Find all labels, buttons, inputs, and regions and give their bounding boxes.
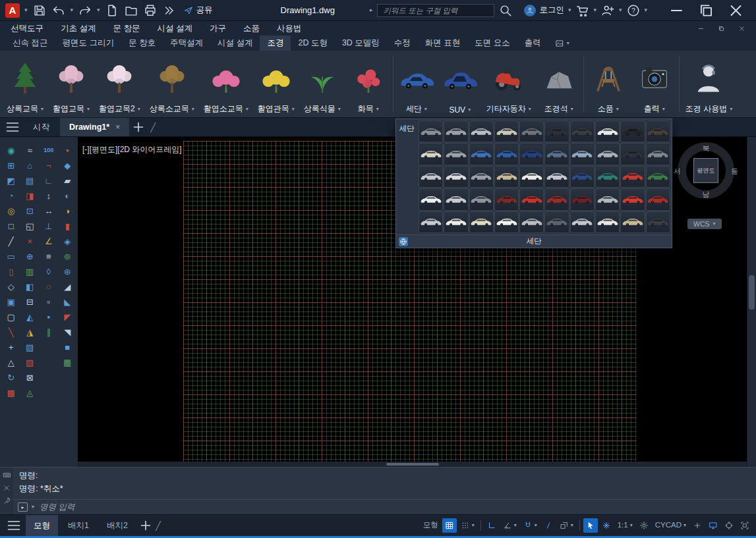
lineweight-toggle[interactable] xyxy=(541,518,556,533)
ribbon-tab[interactable]: 평면도 그리기 xyxy=(55,36,121,51)
toolbar-button[interactable]: ◥ xyxy=(59,325,75,338)
car-thumbnail[interactable] xyxy=(620,166,645,188)
menu-item[interactable]: 선택도구 xyxy=(11,23,44,34)
toolbar-button[interactable]: ◈ xyxy=(59,234,75,248)
save-button[interactable] xyxy=(32,3,47,18)
redo-button[interactable] xyxy=(78,3,92,18)
toolbar-button[interactable]: ○ xyxy=(41,280,57,293)
login-button[interactable]: 로그인 xyxy=(540,5,565,16)
settings-gear[interactable] xyxy=(637,518,651,533)
toolbar-button[interactable]: ▭ xyxy=(3,250,19,263)
toolbar-button[interactable]: ◉ xyxy=(3,144,19,157)
mdi-close-icon[interactable] xyxy=(738,25,745,32)
new-layout-button[interactable] xyxy=(138,518,154,533)
undo-history-chevron-icon[interactable]: ▾ xyxy=(71,7,74,13)
compass-south-label[interactable]: 남 xyxy=(672,190,740,200)
car-thumbnail[interactable] xyxy=(646,211,670,233)
car-thumbnail[interactable] xyxy=(494,211,519,233)
toolbar-button[interactable]: ▮ xyxy=(59,219,75,232)
document-tab[interactable]: 시작 xyxy=(24,118,59,136)
toolbar-overflow-icon[interactable] xyxy=(162,3,177,18)
collaborate-chevron-icon[interactable]: ▾ xyxy=(619,7,622,13)
toolbar-button[interactable]: ▦ xyxy=(59,356,75,369)
toolbar-button[interactable]: ⊞ xyxy=(3,159,19,172)
ribbon-gallery-item[interactable]: 조경 사용법▾ xyxy=(681,51,737,117)
car-thumbnail[interactable] xyxy=(444,166,468,188)
layout-menu-icon[interactable] xyxy=(4,518,24,533)
toolbar-button[interactable]: ◮ xyxy=(22,325,38,338)
car-thumbnail[interactable] xyxy=(570,121,595,142)
car-thumbnail[interactable] xyxy=(419,211,443,233)
search-input[interactable] xyxy=(382,6,489,15)
command-input-row[interactable]: ▸ ▾ xyxy=(13,499,756,514)
car-thumbnail[interactable] xyxy=(419,121,443,142)
toolbar-button[interactable]: ⊡ xyxy=(22,204,38,217)
toolbar-button[interactable]: ■ xyxy=(59,340,75,354)
workspace-select[interactable]: CYCAD▾ xyxy=(653,518,689,533)
car-thumbnail[interactable] xyxy=(570,188,595,210)
car-thumbnail[interactable] xyxy=(544,188,569,210)
mdi-restore-icon[interactable] xyxy=(718,25,725,32)
toolbar-button[interactable]: ↕ xyxy=(41,189,57,202)
toolbar-button[interactable]: ◭ xyxy=(22,310,38,323)
car-thumbnail[interactable] xyxy=(544,121,569,142)
ribbon-tab[interactable]: 출력 xyxy=(517,36,548,51)
snap-mode-toggle[interactable]: ▾ xyxy=(458,518,477,533)
help-chevron-icon[interactable]: ▾ xyxy=(645,7,648,13)
search-icon[interactable] xyxy=(498,3,513,18)
toolbar-button[interactable]: ▨ xyxy=(22,356,38,369)
ribbon-tab[interactable]: 화면 표현 xyxy=(418,36,467,51)
toolbar-button[interactable]: ▢ xyxy=(3,310,19,323)
menu-item[interactable]: 가구 xyxy=(210,23,226,34)
toolbar-button[interactable]: ◣ xyxy=(59,295,75,308)
menu-item[interactable]: 문 창문 xyxy=(113,23,140,34)
close-window-button[interactable] xyxy=(721,1,751,20)
ribbon-gallery-item[interactable]: 활엽교목2▾ xyxy=(94,51,145,117)
toolbar-button[interactable]: ◤ xyxy=(59,310,75,323)
ribbon-gallery-item[interactable]: 활엽소교목▾ xyxy=(199,51,253,117)
toolbar-button[interactable]: ◨ xyxy=(22,189,38,202)
annotation-visibility-toggle[interactable] xyxy=(599,518,614,533)
car-thumbnail[interactable] xyxy=(444,143,468,165)
ribbon-gallery-item[interactable]: 조경석▾ xyxy=(536,51,582,117)
toolbar-button[interactable]: ◊ xyxy=(41,265,57,278)
mdi-minimize-icon[interactable] xyxy=(697,25,705,32)
car-thumbnail[interactable] xyxy=(494,188,519,210)
car-thumbnail[interactable] xyxy=(444,211,468,233)
ortho-toggle[interactable] xyxy=(484,518,499,533)
wrench-icon[interactable] xyxy=(3,497,11,505)
ribbon-tab[interactable]: 조경 xyxy=(260,36,291,51)
toolbar-button[interactable]: + xyxy=(3,340,19,354)
car-thumbnail[interactable] xyxy=(595,166,620,188)
file-tabs-menu-icon[interactable] xyxy=(3,119,22,135)
toolbar-button[interactable]: ↻ xyxy=(3,371,19,384)
toolbar-button[interactable]: ∟ xyxy=(41,174,57,187)
car-thumbnail[interactable] xyxy=(469,143,494,165)
toolbar-button[interactable]: ∥ xyxy=(41,325,57,338)
keyboard-icon[interactable] xyxy=(3,471,11,479)
ribbon-gallery-item[interactable]: 출력▾ xyxy=(631,51,678,117)
hardware-graphics-toggle[interactable] xyxy=(706,518,720,533)
layout-tab[interactable]: 배치1 xyxy=(60,515,97,536)
car-thumbnail[interactable] xyxy=(419,188,443,210)
app-menu-chevron-icon[interactable]: ▾ xyxy=(24,7,28,13)
car-thumbnail[interactable] xyxy=(595,188,620,210)
toolbar-button[interactable]: ◩ xyxy=(3,174,19,187)
toolbar-button[interactable]: 100 xyxy=(41,144,57,157)
plot-button[interactable] xyxy=(143,3,158,18)
car-thumbnail[interactable] xyxy=(620,188,645,210)
car-thumbnail[interactable] xyxy=(544,211,569,233)
toolbar-button[interactable]: ◑ xyxy=(59,204,75,217)
ribbon-display-toggle[interactable]: ▾ xyxy=(555,36,569,51)
car-thumbnail[interactable] xyxy=(646,188,670,210)
compass-east-label[interactable]: 동 xyxy=(731,167,738,176)
toolbar-button[interactable]: ▪ xyxy=(41,310,57,323)
toolbar-button[interactable]: ⊚ xyxy=(59,250,75,263)
menu-item[interactable]: 소품 xyxy=(243,23,260,34)
grid-display-toggle[interactable] xyxy=(442,518,457,533)
ribbon-gallery-item[interactable]: 상록소교목▾ xyxy=(145,51,199,117)
horizontal-scrollbar-thumb[interactable] xyxy=(386,463,439,466)
open-file-button[interactable] xyxy=(124,3,138,18)
layout-overflow-icon[interactable]: ╱ xyxy=(156,521,161,531)
object-snap-toggle[interactable]: ▾ xyxy=(521,518,540,533)
